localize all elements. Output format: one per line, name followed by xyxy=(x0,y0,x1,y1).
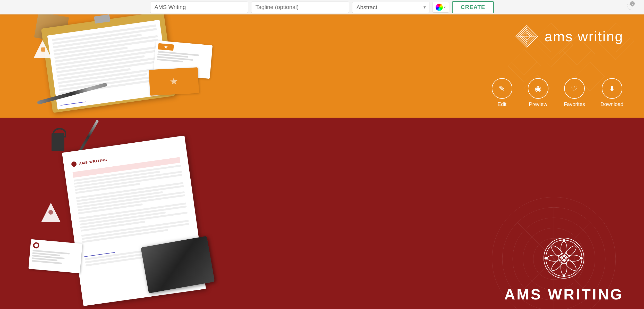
download-icon: ⬇ xyxy=(609,84,615,93)
red-eraser-stamp xyxy=(48,210,53,215)
favorites-label: Favorites xyxy=(564,101,585,107)
header-center: Abstract Modern Classic Minimal Bold ▾ C… xyxy=(150,1,494,13)
favorites-count-badge: 0 xyxy=(630,1,635,6)
style-select[interactable]: Abstract Modern Classic Minimal Bold xyxy=(352,2,429,13)
mandala-logo-icon xyxy=(541,235,587,281)
orange-logo-area: ams writing xyxy=(515,25,623,48)
svg-point-28 xyxy=(559,253,569,263)
svg-point-40 xyxy=(563,275,565,277)
preview-action-button[interactable]: ◉ Preview xyxy=(528,78,548,107)
favorites-icon: ♡ xyxy=(571,84,578,93)
color-picker-button[interactable]: ▾ xyxy=(433,2,449,13)
download-icon-circle: ⬇ xyxy=(602,78,622,99)
svg-point-29 xyxy=(561,241,567,257)
preview-icon: ◉ xyxy=(535,84,541,93)
biz-card-logo-icon xyxy=(164,45,168,49)
binder-clip-decoration xyxy=(52,133,64,151)
orange-right-area: ams writing ✎ Edit ◉ Preview xyxy=(283,14,644,118)
download-action-button[interactable]: ⬇ Download xyxy=(600,78,623,107)
svg-point-42 xyxy=(580,257,582,259)
tagline-input[interactable] xyxy=(251,2,349,13)
header: Abstract Modern Classic Minimal Bold ▾ C… xyxy=(0,0,644,14)
color-picker-chevron-icon: ▾ xyxy=(444,5,446,9)
style-select-wrapper: Abstract Modern Classic Minimal Bold xyxy=(352,2,429,13)
edit-label: Edit xyxy=(498,101,506,107)
business-card-orange xyxy=(149,67,199,96)
favorites-nav-button[interactable]: ♡ 0 xyxy=(626,2,634,12)
svg-rect-6 xyxy=(508,50,540,82)
panel-orange: ams writing ✎ Edit ◉ Preview xyxy=(0,14,644,118)
red-biz-logo-icon xyxy=(33,242,39,249)
logo-diamond-icon xyxy=(515,25,538,48)
eraser-stamp-decoration xyxy=(41,47,45,52)
brand-name-input[interactable] xyxy=(150,2,248,13)
orange-logo-text: ams writing xyxy=(545,28,623,44)
letter-logo-icon xyxy=(71,161,77,167)
letter-brand-text: AMS WRITING xyxy=(79,158,108,165)
main-content: ams writing ✎ Edit ◉ Preview xyxy=(0,0,644,309)
favorites-icon-circle: ♡ xyxy=(564,78,585,99)
svg-point-33 xyxy=(561,259,567,275)
red-logo-area: AMS WRITING xyxy=(504,235,623,303)
svg-point-32 xyxy=(563,257,578,272)
edit-icon-circle: ✎ xyxy=(492,78,512,99)
clipboard-clip xyxy=(94,14,110,24)
orange-mockup-area xyxy=(0,14,283,118)
red-logo-text: AMS WRITING xyxy=(504,286,623,303)
preview-icon-circle: ◉ xyxy=(528,78,548,99)
create-button[interactable]: CREATE xyxy=(452,1,494,13)
red-right-area: © 2024 xyxy=(283,118,644,309)
preview-label: Preview xyxy=(529,101,547,107)
svg-point-31 xyxy=(565,255,581,261)
favorites-action-button[interactable]: ♡ Favorites xyxy=(564,78,585,107)
edit-icon: ✎ xyxy=(499,84,505,93)
red-biz-logo-inner xyxy=(34,243,38,247)
biz-card-header xyxy=(158,43,174,51)
action-buttons-row: ✎ Edit ◉ Preview ♡ Favorites xyxy=(492,78,623,107)
red-business-card xyxy=(28,239,82,273)
svg-rect-5 xyxy=(512,50,537,75)
svg-point-37 xyxy=(546,240,582,276)
svg-point-36 xyxy=(550,244,565,259)
svg-point-34 xyxy=(550,257,565,272)
panel-red: AMS WRITING xyxy=(0,118,644,309)
svg-point-35 xyxy=(547,255,563,261)
color-wheel-icon xyxy=(436,4,443,11)
biz-card-2-logo-icon xyxy=(170,77,178,86)
red-mockup-area: AMS WRITING xyxy=(0,118,283,309)
header-right: ♡ 0 xyxy=(497,2,634,12)
download-label: Download xyxy=(600,101,623,107)
edit-action-button[interactable]: ✎ Edit xyxy=(492,78,512,107)
svg-point-30 xyxy=(563,244,578,259)
svg-point-38 xyxy=(544,238,584,278)
